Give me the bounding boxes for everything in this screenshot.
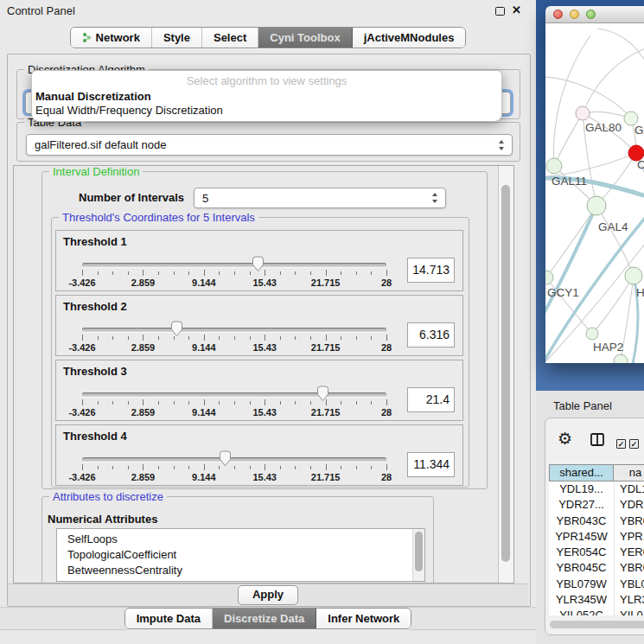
slider-tick xyxy=(341,336,341,340)
network-node[interactable] xyxy=(576,106,590,120)
scrollbar-thumb[interactable] xyxy=(415,532,423,571)
threshold-panel: Threshold 2 -3.4262.8599.14415.4321.7152… xyxy=(55,295,463,356)
algorithm-dropdown-popup: Select algorithm to view settings Manual… xyxy=(31,70,502,122)
threshold-value-field[interactable]: 21.4 xyxy=(407,387,455,412)
tab[interactable]: jActiveMNodules xyxy=(353,28,466,48)
slider-thumb[interactable] xyxy=(170,321,183,337)
tab-label: Style xyxy=(163,31,190,44)
slider-tick-label: 21.715 xyxy=(311,407,341,418)
slider-track[interactable] xyxy=(82,328,386,332)
slider-tick-label: -3.426 xyxy=(68,277,95,288)
attribute-list-item[interactable]: TopologicalCoefficient xyxy=(57,547,424,563)
tab[interactable]: Cyni Toolbox xyxy=(258,28,352,48)
gear-icon[interactable]: ⚙ xyxy=(558,430,572,447)
threshold-slider[interactable]: -3.4262.8599.14415.4321.71528 xyxy=(82,446,386,486)
threshold-slider[interactable]: -3.4262.8599.14415.4321.71528 xyxy=(82,252,386,291)
network-window-titlebar xyxy=(545,6,644,23)
table-row[interactable]: YER054C YER0 xyxy=(549,545,644,560)
table-data-selected: galFiltered.sif default node xyxy=(35,138,166,151)
table-row[interactable]: YBR045C YBR0 xyxy=(549,560,644,576)
column-header-name[interactable]: na xyxy=(614,464,644,481)
table-row[interactable]: YPR145W YPR1 xyxy=(549,529,644,545)
network-node-label: GCY1 xyxy=(547,286,579,299)
number-of-intervals-value: 5 xyxy=(202,192,208,205)
slider-track[interactable] xyxy=(82,392,386,397)
slider-tick xyxy=(204,399,205,405)
slider-tick xyxy=(143,270,143,276)
network-node[interactable] xyxy=(587,196,606,215)
top-tabs: Network Style Select Cyni Toolbox xyxy=(70,27,467,48)
table-row[interactable]: YBR043C YBR0 xyxy=(549,513,644,529)
slider-tick xyxy=(326,464,327,470)
table-row[interactable]: YIL052C YIL0 xyxy=(549,608,644,615)
slider-tick xyxy=(386,270,387,276)
close-icon[interactable]: ✕ xyxy=(512,3,521,16)
number-of-intervals-combobox[interactable]: 5 xyxy=(194,188,446,208)
close-traffic-light-icon[interactable] xyxy=(553,10,563,19)
network-canvas[interactable]: GAL80GACGAL11GAL4GCY1HHAP2 xyxy=(545,23,644,363)
network-node[interactable] xyxy=(586,328,598,340)
apply-row: Apply xyxy=(8,583,528,606)
checkbox-icon[interactable]: ✓ xyxy=(616,439,626,449)
checkbox-icon[interactable]: ✓ xyxy=(629,439,639,449)
tab[interactable]: Network xyxy=(71,28,152,48)
slider-tick xyxy=(250,466,251,469)
vertical-scrollbar[interactable] xyxy=(498,166,513,583)
apply-button[interactable]: Apply xyxy=(238,585,298,605)
slider-tick xyxy=(295,336,296,340)
slider-tick xyxy=(265,270,265,276)
scrollbar-thumb[interactable] xyxy=(501,185,510,562)
threshold-value-field[interactable]: 6.316 xyxy=(407,322,455,348)
attribute-list-item[interactable]: SelfLoops xyxy=(57,532,424,547)
slider-track[interactable] xyxy=(82,263,386,267)
network-node[interactable] xyxy=(546,158,562,174)
slider-thumb[interactable] xyxy=(219,450,232,467)
table-row[interactable]: YDR27... YDR2 xyxy=(549,497,644,513)
threshold-slider[interactable]: -3.4262.8599.14415.4321.71528 xyxy=(82,381,386,421)
list-scrollbar[interactable] xyxy=(412,529,424,581)
slider-tick xyxy=(310,401,311,405)
threshold-slider[interactable]: -3.4262.8599.14415.4321.71528 xyxy=(82,316,386,356)
slider-thumb[interactable] xyxy=(252,256,265,272)
network-edge xyxy=(553,35,590,166)
table-data-combobox[interactable]: galFiltered.sif default node xyxy=(26,134,513,156)
dropdown-option[interactable]: Equal Width/Frequency Discretization xyxy=(35,104,223,117)
tab[interactable]: Select xyxy=(202,28,258,48)
slider-thumb[interactable] xyxy=(316,386,329,402)
tab[interactable]: Infer Network xyxy=(316,609,411,628)
table-row[interactable]: YBL079W YBL0 xyxy=(549,577,644,592)
numerical-attributes-label: Numerical Attributes xyxy=(48,513,157,526)
network-node[interactable] xyxy=(545,271,553,284)
dropdown-option[interactable]: Manual Discretization xyxy=(35,90,151,103)
slider-tick xyxy=(112,336,113,340)
column-header-shared-name[interactable]: shared... xyxy=(549,464,614,481)
slider-tick xyxy=(265,399,265,405)
network-node[interactable] xyxy=(625,267,642,284)
table-row[interactable]: YLR345W YLR3 xyxy=(549,592,644,608)
slider-tick xyxy=(310,271,311,275)
slider-ticks xyxy=(82,335,386,341)
cell-shared-name: YIL052C xyxy=(549,608,614,615)
horizontal-scrollbar[interactable] xyxy=(550,621,644,628)
split-view-icon[interactable] xyxy=(590,433,604,449)
float-window-icon[interactable] xyxy=(495,7,505,16)
threshold-value-field[interactable]: 11.344 xyxy=(407,452,455,477)
zoom-traffic-light-icon[interactable] xyxy=(586,10,596,19)
threshold-panel: Threshold 4 -3.4262.8599.14415.4321.7152… xyxy=(55,424,463,486)
tab[interactable]: Discretize Data xyxy=(213,609,316,628)
network-node[interactable] xyxy=(614,354,628,363)
threshold-value-field[interactable]: 14.713 xyxy=(407,258,455,283)
slider-tick xyxy=(82,335,83,341)
tab[interactable]: Impute Data xyxy=(125,609,213,628)
attribute-list-item[interactable]: BetweennessCentrality xyxy=(57,563,424,578)
tab[interactable]: Style xyxy=(152,28,202,48)
slider-tick-label: 21.715 xyxy=(311,472,341,482)
slider-ticks xyxy=(82,399,386,406)
table-panel-body: ⚙ ✓ ✓ shared... na YDL19... YDL1 xyxy=(545,418,644,635)
minimize-traffic-light-icon[interactable] xyxy=(570,10,579,19)
slider-track[interactable] xyxy=(82,457,386,462)
numerical-attributes-list[interactable]: SelfLoopsTopologicalCoefficientBetweenne… xyxy=(56,528,425,582)
slider-tick-label: 2.859 xyxy=(131,342,156,353)
table-row[interactable]: YDL19... YDL1 xyxy=(549,481,644,497)
cell-shared-name: YPR145W xyxy=(549,529,614,545)
